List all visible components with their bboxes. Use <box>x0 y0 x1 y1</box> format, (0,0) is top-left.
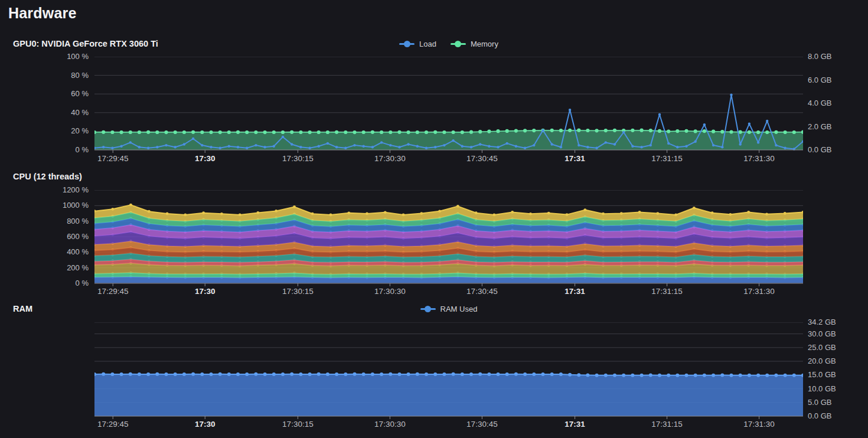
time-axis-label: 17:30:30 <box>374 287 406 296</box>
axis-tick-label: 0 % <box>0 278 89 289</box>
axis-tick-label: 1200 % <box>0 185 89 195</box>
legend-item-load[interactable]: Load <box>399 40 436 48</box>
time-axis-label: 17:30:45 <box>466 420 498 429</box>
axis-tick-label: 6.0 GB <box>808 75 831 86</box>
axis-tick-label: 34.2 GB <box>808 317 836 328</box>
ram-chart-title: RAM <box>13 304 32 313</box>
gpu-legend: LoadMemory <box>94 38 803 50</box>
time-axis-label: 17:30:15 <box>282 287 314 296</box>
time-axis-label: 17:30 <box>195 420 216 429</box>
time-axis-label: 17:31:15 <box>651 420 683 429</box>
axis-tick-label: 15.0 GB <box>808 370 836 380</box>
axis-tick-label: 800 % <box>0 216 89 227</box>
legend-series-icon <box>420 305 436 312</box>
time-axis-label: 17:31:30 <box>743 154 775 163</box>
time-axis-label: 17:31:15 <box>651 154 683 163</box>
gpu-chart[interactable] <box>94 57 803 153</box>
axis-tick-label: 600 % <box>0 231 89 242</box>
hardware-page: Hardware GPU0: NVIDIA GeForce RTX 3060 T… <box>0 0 868 438</box>
axis-tick-label: 20 % <box>0 126 89 136</box>
time-axis-label: 17:29:45 <box>97 154 129 163</box>
axis-tick-label: 60 % <box>0 89 89 99</box>
axis-tick-label: 0.0 GB <box>808 411 831 421</box>
time-axis-label: 17:31:30 <box>743 420 775 429</box>
ram-legend: RAM Used <box>94 303 803 315</box>
legend-series-icon <box>399 40 415 47</box>
time-axis-label: 17:29:45 <box>97 287 129 296</box>
axis-tick-label: 400 % <box>0 247 89 257</box>
time-axis-label: 17:31:15 <box>651 287 683 296</box>
ram-chart[interactable] <box>94 322 803 420</box>
axis-tick-label: 20.0 GB <box>808 356 836 367</box>
axis-tick-label: 30.0 GB <box>808 329 836 339</box>
time-axis-label: 17:30 <box>195 287 216 296</box>
time-axis-label: 17:30:15 <box>282 154 314 163</box>
axis-tick-label: 4.0 GB <box>808 98 831 109</box>
axis-tick-label: 0 % <box>0 145 89 155</box>
time-axis-label: 17:30:30 <box>374 154 406 163</box>
axis-tick-label: 0.0 GB <box>808 145 831 155</box>
cpu-chart[interactable] <box>94 190 803 287</box>
time-axis-label: 17:30:45 <box>466 154 498 163</box>
legend-item-memory[interactable]: Memory <box>451 40 498 48</box>
axis-tick-label: 1000 % <box>0 200 89 211</box>
cpu-chart-title: CPU (12 threads) <box>13 172 82 181</box>
time-axis-label: 17:31 <box>564 420 585 429</box>
time-axis-label: 17:29:45 <box>97 420 129 429</box>
legend-label: Memory <box>471 40 498 48</box>
axis-tick-label: 2.0 GB <box>808 122 831 132</box>
axis-tick-label: 80 % <box>0 70 89 81</box>
legend-item-ram-used[interactable]: RAM Used <box>420 305 478 313</box>
axis-tick-label: 5.0 GB <box>808 397 831 408</box>
time-axis-label: 17:30 <box>195 154 216 163</box>
time-axis-label: 17:31 <box>564 154 585 163</box>
axis-tick-label: 25.0 GB <box>808 342 836 353</box>
page-title: Hardware <box>8 5 77 22</box>
legend-label: RAM Used <box>440 305 478 313</box>
time-axis-label: 17:31 <box>564 287 585 296</box>
time-axis-label: 17:30:30 <box>374 420 406 429</box>
legend-label: Load <box>419 40 436 48</box>
legend-series-icon <box>451 40 466 47</box>
axis-tick-label: 200 % <box>0 263 89 273</box>
time-axis-label: 17:30:15 <box>282 420 314 429</box>
axis-tick-label: 100 % <box>0 51 89 62</box>
axis-tick-label: 40 % <box>0 107 89 118</box>
axis-tick-label: 8.0 GB <box>808 51 831 62</box>
axis-tick-label: 10.0 GB <box>808 384 836 394</box>
time-axis-label: 17:30:45 <box>466 287 498 296</box>
time-axis-label: 17:31:30 <box>743 287 775 296</box>
